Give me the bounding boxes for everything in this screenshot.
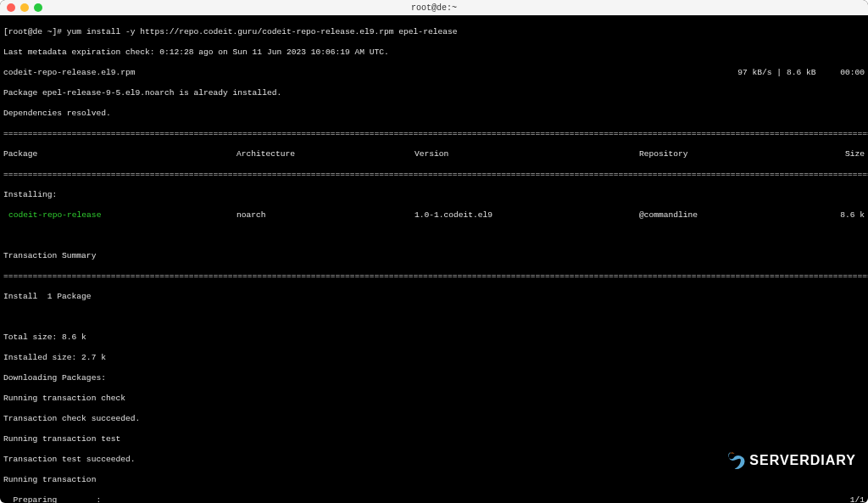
watermark-text: SERVERDIARY bbox=[749, 453, 856, 467]
preparing: Preparing : bbox=[3, 495, 101, 503]
output-line: Last metadata expiration check: 0:12:28 … bbox=[3, 48, 865, 58]
close-icon[interactable] bbox=[7, 3, 15, 12]
logo-icon bbox=[724, 449, 748, 472]
window-title: root@de:~ bbox=[411, 3, 457, 13]
install-count: Install 1 Package bbox=[3, 292, 865, 302]
download-stats: 97 kB/s | 8.6 kB 00:00 bbox=[737, 68, 865, 78]
prompt: [root@de ~]# bbox=[3, 27, 62, 37]
separator: ========================================… bbox=[3, 129, 865, 139]
output-line: Transaction check succeeded. bbox=[3, 414, 865, 424]
progress: 1/1 bbox=[850, 495, 865, 503]
tx-summary: Transaction Summary bbox=[3, 251, 865, 261]
command: yum install -y https://repo.codeit.guru/… bbox=[62, 27, 457, 37]
col-arch: Architecture bbox=[236, 149, 415, 159]
output-line: codeit-repo-release.el9.rpm bbox=[3, 68, 135, 78]
col-version: Version bbox=[415, 149, 639, 159]
pkg-name: codeit-repo-release bbox=[3, 210, 236, 221]
watermark: SERVERDIARY bbox=[724, 449, 856, 472]
total-size: Total size: 8.6 k bbox=[3, 333, 865, 343]
separator: ========================================… bbox=[3, 170, 865, 180]
downloading-hdr: Downloading Packages: bbox=[3, 373, 865, 383]
col-package: Package bbox=[3, 149, 236, 159]
installed-size: Installed size: 2.7 k bbox=[3, 353, 865, 363]
traffic-lights bbox=[7, 3, 42, 12]
pkg-version: 1.0-1.codeit.el9 bbox=[415, 210, 639, 221]
minimize-icon[interactable] bbox=[20, 3, 29, 12]
titlebar: root@de:~ bbox=[0, 0, 868, 15]
col-size: Size bbox=[845, 149, 865, 159]
output-line: Running transaction check bbox=[3, 394, 865, 404]
col-repo: Repository bbox=[639, 149, 834, 159]
pkg-size: 8.6 k bbox=[840, 210, 865, 221]
maximize-icon[interactable] bbox=[34, 3, 42, 12]
terminal-window: root@de:~ [root@de ~]# yum install -y ht… bbox=[0, 0, 868, 503]
pkg-repo: @commandline bbox=[639, 210, 834, 221]
output-line: Running transaction test bbox=[3, 434, 865, 444]
output-line: Dependencies resolved. bbox=[3, 109, 865, 119]
separator: ========================================… bbox=[3, 271, 865, 282]
output-line: Running transaction bbox=[3, 475, 865, 485]
output-line: Package epel-release-9-5.el9.noarch is a… bbox=[3, 88, 865, 98]
pkg-arch: noarch bbox=[236, 210, 415, 221]
terminal-output[interactable]: [root@de ~]# yum install -y https://repo… bbox=[0, 15, 868, 503]
installing-header: Installing: bbox=[3, 190, 865, 200]
